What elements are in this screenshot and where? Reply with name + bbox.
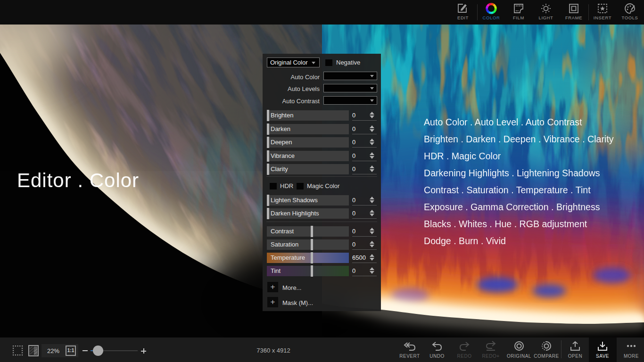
svg-text:Editor . Color: Editor . Color bbox=[17, 169, 139, 191]
svg-text:Brighten . Darken . Deepen . V: Brighten . Darken . Deepen . Vibrance . … bbox=[424, 134, 614, 144]
svg-text:HDR . Magic Color: HDR . Magic Color bbox=[424, 151, 501, 161]
svg-text:Blacks . Whites . Hue . RGB ad: Blacks . Whites . Hue . RGB adjustment bbox=[424, 219, 587, 229]
svg-text:Darkening Highlights . Lighten: Darkening Highlights . Lightening Shadow… bbox=[424, 168, 600, 178]
svg-text:Contrast . Saturation . Temper: Contrast . Saturation . Temperature . Ti… bbox=[424, 185, 591, 195]
svg-text:Auto Color . Auto Level . Auto: Auto Color . Auto Level . Auto Contrast bbox=[424, 117, 582, 127]
svg-text:Exposure . Gamma Correction .: Exposure . Gamma Correction . Brightness bbox=[424, 202, 600, 212]
svg-text:Dodge . Burn . Vivid: Dodge . Burn . Vivid bbox=[424, 236, 506, 246]
